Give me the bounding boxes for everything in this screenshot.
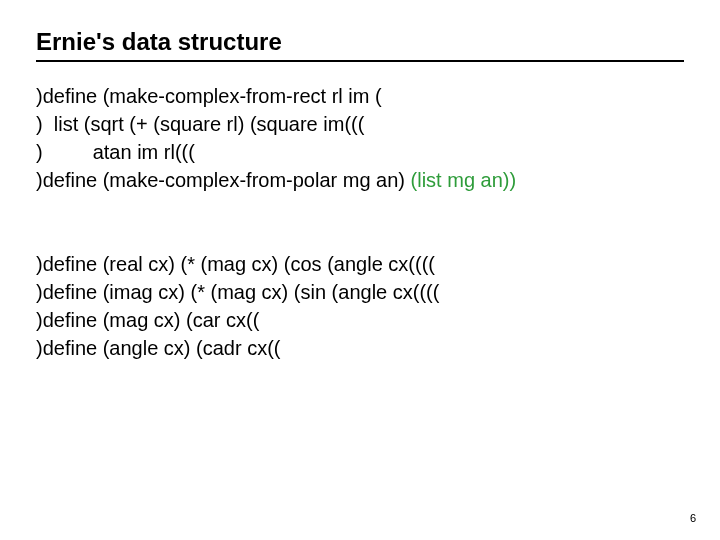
code-line: )define (make-complex-from-polar mg an): [36, 169, 411, 191]
code-line: )define (mag cx) (car cx((: [36, 309, 259, 331]
code-block-2: )define (real cx) (* (mag cx) (cos (angl…: [36, 250, 684, 362]
code-line: ) atan im rl(((: [36, 141, 195, 163]
page-title: Ernie's data structure: [36, 28, 684, 56]
code-line: )define (real cx) (* (mag cx) (cos (angl…: [36, 253, 435, 275]
code-line: )define (angle cx) (cadr cx((: [36, 337, 281, 359]
page-number: 6: [690, 512, 696, 524]
code-block-1: )define (make-complex-from-rect rl im ( …: [36, 82, 684, 194]
code-line: )define (make-complex-from-rect rl im (: [36, 85, 382, 107]
spacer: [36, 194, 684, 250]
code-highlight: (list mg an)): [411, 169, 517, 191]
code-line: )define (imag cx) (* (mag cx) (sin (angl…: [36, 281, 439, 303]
slide: Ernie's data structure )define (make-com…: [0, 0, 720, 540]
title-rule: [36, 60, 684, 62]
code-line: ) list (sqrt (+ (square rl) (square im((…: [36, 113, 364, 135]
